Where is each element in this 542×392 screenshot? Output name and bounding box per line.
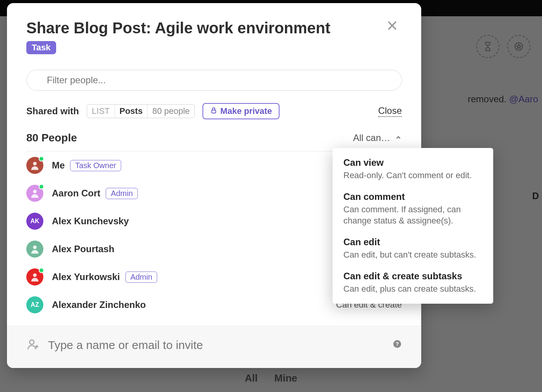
person-name: Alex Pourtash bbox=[52, 244, 114, 254]
svg-point-4 bbox=[33, 190, 36, 193]
permission-option-desc: Can edit, plus can create subtasks. bbox=[343, 283, 482, 295]
svg-point-5 bbox=[33, 246, 36, 249]
avatar[interactable] bbox=[26, 185, 43, 202]
task-badge: Task bbox=[26, 41, 56, 54]
person-name: Alex Kunchevsky bbox=[52, 216, 129, 227]
invite-input[interactable] bbox=[48, 339, 393, 352]
permission-option-title: Can comment bbox=[343, 191, 482, 202]
person-name: Aaron Cort bbox=[52, 188, 100, 199]
role-badge: Admin bbox=[106, 188, 138, 199]
role-badge: Task Owner bbox=[70, 160, 121, 171]
role-badge: Admin bbox=[125, 272, 158, 283]
permission-option-desc: Can edit, but can't create subtasks. bbox=[343, 249, 482, 261]
svg-point-7 bbox=[30, 340, 34, 344]
permission-option-title: Can edit bbox=[343, 237, 482, 248]
all-can-dropdown-trigger[interactable]: All can… bbox=[353, 132, 402, 143]
person-name: Alexander Zinchenko bbox=[52, 299, 146, 310]
permission-option-title: Can edit & create subtasks bbox=[343, 271, 482, 282]
invite-bar: ? bbox=[7, 326, 421, 368]
permission-option-title: Can view bbox=[343, 157, 482, 168]
close-link[interactable]: Close bbox=[378, 105, 402, 117]
presence-indicator bbox=[39, 184, 44, 189]
presence-indicator bbox=[39, 156, 44, 162]
shared-with-label: Shared with bbox=[26, 106, 79, 117]
seg-posts[interactable]: Posts bbox=[115, 105, 148, 118]
avatar[interactable]: AZ bbox=[26, 296, 43, 313]
permission-option-desc: Read-only. Can't comment or edit. bbox=[343, 170, 482, 181]
avatar[interactable] bbox=[26, 241, 43, 258]
permission-dropdown: Can viewRead-only. Can't comment or edit… bbox=[333, 148, 493, 304]
avatar[interactable]: AK bbox=[26, 213, 43, 230]
add-person-icon bbox=[26, 338, 39, 352]
permission-option-desc: Can comment. If assigned, can change sta… bbox=[343, 204, 482, 227]
seg-count[interactable]: 80 people bbox=[148, 105, 194, 118]
close-icon[interactable] bbox=[382, 19, 402, 35]
people-heading: 80 People bbox=[26, 132, 77, 144]
shared-segments: LIST Posts 80 people bbox=[87, 104, 195, 118]
seg-list[interactable]: LIST bbox=[87, 105, 115, 118]
svg-rect-2 bbox=[212, 110, 216, 113]
permission-option[interactable]: Can viewRead-only. Can't comment or edit… bbox=[343, 157, 482, 181]
lock-icon bbox=[210, 106, 217, 116]
presence-indicator bbox=[39, 268, 44, 273]
all-can-label: All can… bbox=[353, 132, 390, 143]
svg-point-6 bbox=[33, 273, 36, 277]
chevron-up-icon bbox=[395, 132, 402, 143]
person-name: Alex Yurkowski bbox=[52, 272, 120, 282]
permission-option[interactable]: Can edit & create subtasksCan edit, plus… bbox=[343, 271, 482, 295]
modal-title: Share Blog Post: Agile work environment bbox=[26, 19, 382, 37]
avatar[interactable] bbox=[26, 268, 43, 285]
permission-option[interactable]: Can editCan edit, but can't create subta… bbox=[343, 237, 482, 261]
permission-option[interactable]: Can commentCan comment. If assigned, can… bbox=[343, 191, 482, 227]
make-private-button[interactable]: Make private bbox=[202, 103, 280, 119]
avatar[interactable] bbox=[26, 157, 43, 174]
make-private-label: Make private bbox=[220, 106, 272, 116]
person-name: Me bbox=[52, 160, 65, 171]
svg-point-3 bbox=[33, 162, 36, 165]
filter-input[interactable] bbox=[26, 70, 402, 91]
help-icon[interactable]: ? bbox=[393, 339, 402, 351]
svg-text:?: ? bbox=[396, 341, 399, 347]
